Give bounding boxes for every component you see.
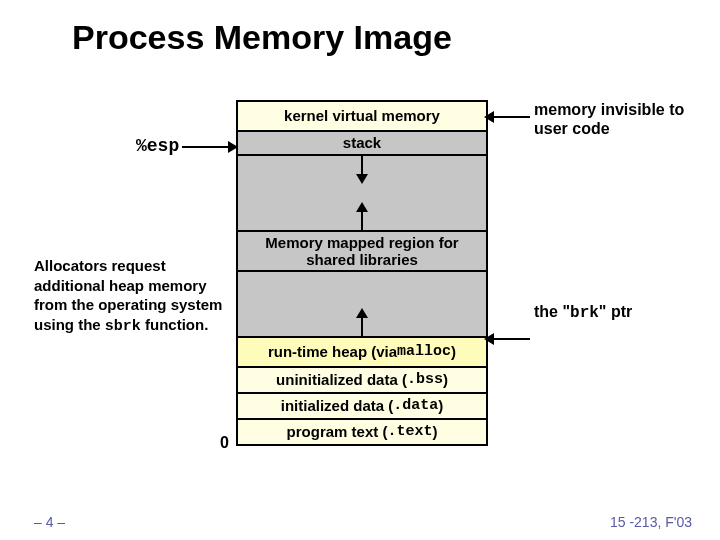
course-tag: 15 -213, F'03 <box>610 514 692 530</box>
zero-label: 0 <box>220 434 229 452</box>
bss-code: .bss <box>407 371 443 388</box>
brk-code: brk <box>570 304 599 322</box>
seg-data: initialized data (.data) <box>238 394 486 420</box>
mem-invisible-arrow-line <box>488 116 530 118</box>
alloc-note-code: sbrk <box>105 318 141 335</box>
esp-label: %esp <box>136 136 179 156</box>
text-prefix: program text ( <box>287 423 388 440</box>
esp-arrow-line <box>182 146 234 148</box>
heap-label-prefix: run-time heap (via <box>268 343 397 360</box>
arrow-left-icon <box>484 333 494 345</box>
seg-stack: stack <box>238 132 486 156</box>
memory-column: kernel virtual memory stack Memory mappe… <box>236 100 488 446</box>
data-prefix: initialized data ( <box>281 397 394 414</box>
bss-suffix: ) <box>443 371 448 388</box>
brk-prefix: the " <box>534 303 570 320</box>
seg-bss: uninitialized data (.bss) <box>238 368 486 394</box>
seg-mmap: Memory mapped region for shared librarie… <box>238 232 486 272</box>
seg-text: program text (.text) <box>238 420 486 446</box>
seg-kernel: kernel virtual memory <box>238 102 486 132</box>
brk-label: the "brk" ptr <box>534 303 632 322</box>
data-suffix: ) <box>438 397 443 414</box>
alloc-note-text2: function. <box>141 316 209 333</box>
page-number: – 4 – <box>34 514 65 530</box>
heap-code: malloc <box>397 343 451 360</box>
bss-prefix: uninitialized data ( <box>276 371 407 388</box>
heap-label-suffix: ) <box>451 343 456 360</box>
arrow-left-icon <box>484 111 494 123</box>
mem-invisible-label: memory invisible to user code <box>534 100 704 138</box>
brk-arrow-line <box>488 338 530 340</box>
text-code: .text <box>387 423 432 440</box>
allocator-note: Allocators request additional heap memor… <box>34 256 234 336</box>
arrow-right-icon <box>228 141 238 153</box>
text-suffix: ) <box>432 423 437 440</box>
seg-gap-upper <box>238 156 486 232</box>
seg-heap: run-time heap (via malloc) <box>238 338 486 368</box>
slide-title: Process Memory Image <box>72 18 452 57</box>
brk-suffix: " ptr <box>599 303 632 320</box>
diagram-stage: kernel virtual memory stack Memory mappe… <box>0 100 720 500</box>
seg-gap-lower <box>238 272 486 338</box>
data-code: .data <box>393 397 438 414</box>
